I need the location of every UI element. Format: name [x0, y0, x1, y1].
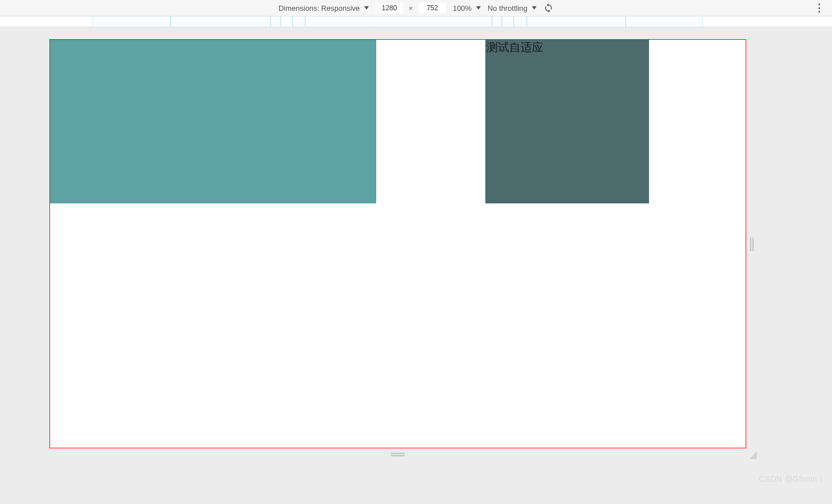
- rotate-button[interactable]: [543, 3, 554, 13]
- media-query-segment[interactable]: [527, 16, 626, 27]
- media-query-segment[interactable]: [305, 16, 492, 27]
- dimensions-dropdown[interactable]: Dimensions: Responsive: [278, 4, 369, 13]
- media-query-segment[interactable]: [514, 16, 527, 27]
- page-content: 测试自适应: [50, 40, 746, 448]
- media-query-segment[interactable]: [502, 16, 514, 27]
- resize-handle-bottom[interactable]: [50, 449, 746, 460]
- zoom-label: 100%: [453, 4, 472, 13]
- grip-vertical-icon: [750, 238, 754, 251]
- zoom-dropdown[interactable]: 100%: [453, 4, 481, 13]
- dimensions-label: Dimensions: Responsive: [278, 4, 360, 13]
- media-query-segment[interactable]: [271, 16, 281, 27]
- media-query-segment[interactable]: [93, 16, 170, 27]
- rotate-icon: [543, 3, 554, 13]
- right-box: 测试自适应: [485, 40, 649, 203]
- chevron-down-icon: [364, 6, 369, 10]
- throttling-label: No throttling: [488, 4, 527, 13]
- resize-corner-icon: [749, 451, 757, 459]
- emulated-viewport: 测试自适应: [50, 40, 746, 449]
- resize-handle-corner[interactable]: [746, 449, 758, 460]
- kebab-dot-icon: [818, 11, 820, 13]
- more-options-button[interactable]: [815, 3, 823, 13]
- throttling-dropdown[interactable]: No throttling: [488, 4, 536, 13]
- media-query-ruler[interactable]: [0, 16, 832, 27]
- devtools-device-toolbar: Dimensions: Responsive × 100% No throttl…: [0, 0, 832, 16]
- kebab-dot-icon: [818, 3, 820, 5]
- media-query-segment[interactable]: [281, 16, 293, 27]
- dimensions-inputs: ×: [376, 3, 446, 13]
- dimension-separator: ×: [409, 4, 413, 13]
- left-box: [50, 40, 376, 203]
- resize-handle-right[interactable]: [746, 40, 758, 449]
- chevron-down-icon: [476, 6, 481, 10]
- grip-horizontal-icon: [391, 453, 405, 456]
- watermark-text: CSDN @Ghmin！: [759, 474, 825, 485]
- media-query-segment[interactable]: [293, 16, 305, 27]
- width-input[interactable]: [376, 3, 403, 13]
- media-query-segment[interactable]: [170, 16, 271, 27]
- right-box-text: 测试自适应: [486, 41, 543, 53]
- kebab-dot-icon: [818, 7, 820, 9]
- media-query-segment[interactable]: [626, 16, 703, 27]
- chevron-down-icon: [532, 6, 536, 10]
- media-query-segment[interactable]: [492, 16, 502, 27]
- height-input[interactable]: [419, 3, 446, 13]
